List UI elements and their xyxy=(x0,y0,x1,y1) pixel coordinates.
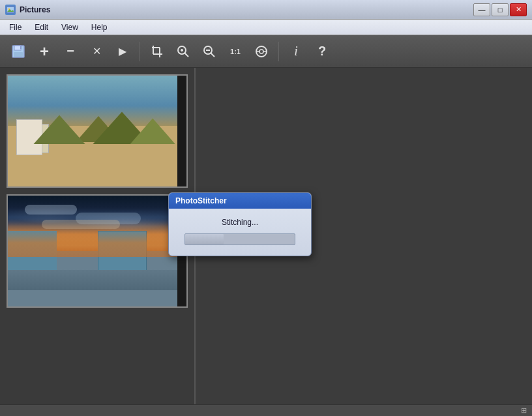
menu-help[interactable]: Help xyxy=(85,22,114,33)
delete-button[interactable]: ✕ xyxy=(85,40,108,63)
toolbar-divider-1 xyxy=(140,42,140,61)
svg-point-20 xyxy=(259,50,263,53)
menu-bar: File Edit View Help xyxy=(0,20,532,35)
thumbnail-1[interactable] xyxy=(7,74,188,188)
app-title: Pictures xyxy=(20,5,50,14)
info-button[interactable]: i xyxy=(284,40,308,63)
thumbnail-2[interactable] xyxy=(7,194,188,308)
maximize-button[interactable]: □ xyxy=(492,3,509,16)
zoom-in-button[interactable] xyxy=(171,40,195,63)
thumbnail-image-2 xyxy=(8,196,177,306)
svg-line-15 xyxy=(185,53,188,57)
svg-line-18 xyxy=(211,53,214,57)
thumbnail-image-1 xyxy=(8,76,177,186)
minimize-button[interactable]: — xyxy=(473,3,490,16)
title-bar-left: Pictures xyxy=(5,5,50,15)
thumbnail-panel[interactable] xyxy=(0,68,196,404)
play-button[interactable]: ▶ xyxy=(111,40,134,63)
progress-bar-container xyxy=(185,233,295,245)
svg-rect-5 xyxy=(14,46,21,50)
close-button[interactable]: ✕ xyxy=(510,3,527,16)
status-bar: ⊞ xyxy=(0,404,532,416)
svg-rect-7 xyxy=(20,46,22,49)
dialog-title: PhotoStitcher xyxy=(175,196,227,205)
menu-view[interactable]: View xyxy=(55,22,85,33)
title-bar: Pictures — □ ✕ xyxy=(0,0,532,20)
menu-file[interactable]: File xyxy=(3,22,28,33)
menu-edit[interactable]: Edit xyxy=(28,22,55,33)
zoom-out-button[interactable] xyxy=(198,40,221,63)
dialog-message: Stitching... xyxy=(222,218,258,227)
zoom-fit-button[interactable] xyxy=(250,40,273,63)
app-icon xyxy=(5,5,16,15)
add-button[interactable]: + xyxy=(33,40,56,63)
status-icon: ⊞ xyxy=(521,406,527,415)
crop-button[interactable] xyxy=(145,40,169,63)
help-button[interactable]: ? xyxy=(310,40,334,63)
save-button[interactable] xyxy=(7,40,30,63)
dialog-body: Stitching... xyxy=(169,209,311,256)
progress-bar-fill xyxy=(185,234,224,245)
window-controls: — □ ✕ xyxy=(473,3,527,16)
toolbar: + − ✕ ▶ 1:1 i xyxy=(0,35,532,68)
zoom-1to1-button[interactable]: 1:1 xyxy=(224,40,247,63)
toolbar-divider-2 xyxy=(278,42,279,61)
dialog-title-bar: PhotoStitcher xyxy=(169,193,311,209)
remove-button[interactable]: − xyxy=(59,40,82,63)
svg-rect-6 xyxy=(14,52,23,57)
photostitcher-dialog[interactable]: PhotoStitcher Stitching... xyxy=(168,192,312,256)
